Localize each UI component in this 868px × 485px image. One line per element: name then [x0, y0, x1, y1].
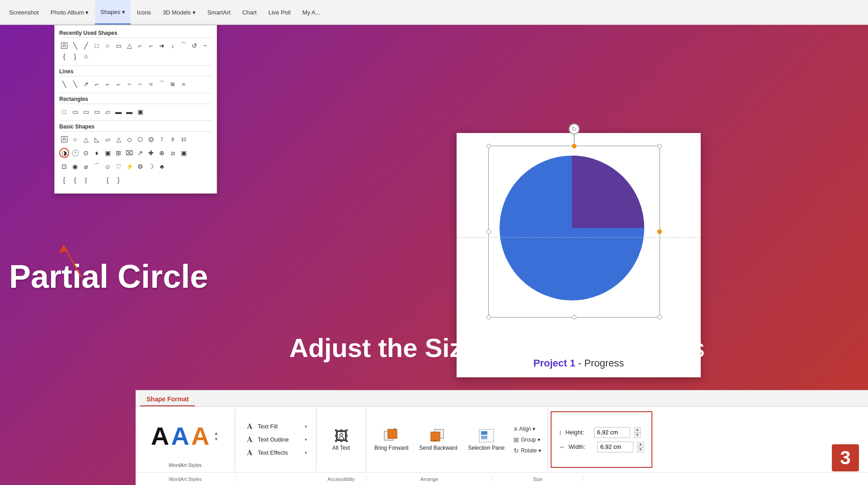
- shape-curved[interactable]: ⌒: [179, 41, 189, 51]
- shape-text-box[interactable]: 🄰: [59, 41, 69, 51]
- handle-tl[interactable]: [486, 144, 491, 148]
- shape-curl[interactable]: ↺: [189, 41, 199, 51]
- text-fill-row[interactable]: 𝐀 Text Fill ▾: [242, 421, 309, 432]
- handle-bl[interactable]: [486, 315, 491, 319]
- width-down[interactable]: ▼: [637, 447, 644, 452]
- basic-teardrop[interactable]: ♦: [92, 148, 102, 158]
- basic-cloud[interactable]: ♣: [157, 162, 167, 171]
- basic-lightning[interactable]: ⚡: [124, 162, 134, 171]
- line-arc[interactable]: ⌒: [157, 79, 167, 89]
- send-backward-button[interactable]: Send Backward: [415, 426, 461, 453]
- shape-wave[interactable]: ~: [200, 41, 210, 51]
- line-curve1[interactable]: ↗: [81, 79, 91, 89]
- shape-brace2[interactable]: }: [70, 52, 80, 62]
- basic-partial-circle[interactable]: ◑: [59, 148, 69, 158]
- basic-plus[interactable]: ⊕: [157, 148, 167, 158]
- height-up[interactable]: ▲: [634, 427, 641, 433]
- basic-cross[interactable]: ✚: [146, 148, 156, 158]
- rotate-button[interactable]: ↻ Rotate ▾: [512, 446, 543, 455]
- tab-chart[interactable]: Chart: [237, 0, 262, 24]
- line-scribble[interactable]: ≈: [179, 79, 189, 89]
- rect-wide[interactable]: ▬: [113, 107, 123, 117]
- basic-rtriangle[interactable]: ◺: [92, 134, 102, 144]
- basic-plaque[interactable]: ⧄: [168, 148, 178, 158]
- basic-halfframe[interactable]: ⊞: [113, 148, 123, 158]
- line-angle2[interactable]: ⌐: [103, 79, 113, 89]
- shape-line1[interactable]: ╲: [70, 41, 80, 51]
- text-outline-row[interactable]: 𝐀 Text Outline ▾: [242, 434, 309, 445]
- basic-smiley[interactable]: ☺: [103, 162, 113, 171]
- basic-8pt[interactable]: 8: [168, 134, 178, 144]
- line-straight[interactable]: ╲: [59, 79, 69, 89]
- handle-br[interactable]: [657, 315, 662, 319]
- basic-can[interactable]: ▣: [179, 148, 189, 158]
- rect-folded[interactable]: ▱: [103, 107, 113, 117]
- wordart-scroll-up[interactable]: ▲: [213, 431, 219, 436]
- text-effects-row[interactable]: 𝐀 Text Effects ▾: [242, 447, 309, 458]
- basic-diag-stripe[interactable]: ↗: [135, 148, 145, 158]
- bring-forward-button[interactable]: Bring Forward: [371, 426, 412, 453]
- line-angle3[interactable]: ⌐: [113, 79, 123, 89]
- rect-tall[interactable]: ▬: [124, 107, 134, 117]
- tab-photo-album[interactable]: Photo Album ▾: [45, 0, 94, 24]
- basic-cube[interactable]: ⊡: [59, 162, 69, 171]
- line-s-curve[interactable]: ~: [124, 79, 134, 89]
- basic-parallelogram[interactable]: ▱: [103, 134, 113, 144]
- basic-7pt[interactable]: 7: [157, 134, 167, 144]
- tab-smartart[interactable]: SmartArt: [202, 0, 236, 24]
- tab-my-addins[interactable]: My A...: [297, 0, 326, 24]
- shape-format-tab[interactable]: Shape Format: [140, 393, 195, 406]
- wordart-letter-orange[interactable]: A: [191, 423, 209, 449]
- basic-triangle[interactable]: △: [81, 134, 91, 144]
- line-freeform[interactable]: ≋: [168, 79, 178, 89]
- basic-brace1[interactable]: {: [70, 175, 80, 185]
- handle-ml[interactable]: [486, 229, 491, 234]
- align-button[interactable]: ≡ Align ▾: [512, 424, 543, 433]
- shape-rounded-rect[interactable]: ▭: [113, 41, 123, 51]
- shape-star[interactable]: ☆: [81, 52, 91, 62]
- tab-screenshot[interactable]: Screenshot: [4, 0, 44, 24]
- basic-no-symbol[interactable]: ⌀: [81, 162, 91, 171]
- handle-tr[interactable]: [657, 144, 662, 148]
- shape-oval[interactable]: ○: [103, 41, 113, 51]
- group-button[interactable]: ⊞ Group ▾: [512, 435, 543, 444]
- rect-snipped2[interactable]: ▭: [92, 107, 102, 117]
- tab-3d-models[interactable]: 3D Models ▾: [157, 0, 201, 24]
- basic-frame[interactable]: ▣: [103, 148, 113, 158]
- basic-oval[interactable]: ○: [70, 134, 80, 144]
- shape-r-bracket[interactable]: ⌐: [146, 41, 156, 51]
- handle-bm[interactable]: [572, 315, 576, 319]
- basic-block-arc[interactable]: ⌒: [92, 162, 102, 171]
- rect-snipped[interactable]: ▭: [81, 107, 91, 117]
- width-input[interactable]: [597, 442, 633, 452]
- shape-l-bracket[interactable]: ⌐: [135, 41, 145, 51]
- basic-gear[interactable]: ⚙: [135, 162, 145, 171]
- shape-brace[interactable]: {: [59, 52, 69, 62]
- basic-chord[interactable]: ⊙: [81, 148, 91, 158]
- rect-rounded[interactable]: ▭: [70, 107, 80, 117]
- shape-rect[interactable]: □: [92, 41, 102, 51]
- basic-donut[interactable]: ◉: [70, 162, 80, 171]
- selection-pane-button[interactable]: Selection Pane: [464, 426, 508, 453]
- alt-text-label[interactable]: Alt Text: [332, 445, 350, 451]
- basic-bracket1[interactable]: [: [59, 175, 69, 185]
- handle-mr[interactable]: [657, 229, 662, 234]
- line-angle1[interactable]: ⌐: [92, 79, 102, 89]
- handle-tm-orange[interactable]: [572, 144, 576, 148]
- basic-bracket2[interactable]: |: [81, 175, 91, 185]
- basic-isoceles[interactable]: △: [113, 134, 123, 144]
- basic-diamond[interactable]: ◇: [124, 134, 134, 144]
- basic-octagon[interactable]: ⏣: [146, 134, 156, 144]
- line-zigzag[interactable]: ~: [135, 79, 145, 89]
- basic-hexagon[interactable]: ⬡: [135, 134, 145, 144]
- rect-framed[interactable]: ▣: [135, 107, 145, 117]
- height-input[interactable]: [594, 427, 630, 438]
- basic-corner[interactable]: ⌧: [124, 148, 134, 158]
- basic-heart[interactable]: ♡: [113, 162, 123, 171]
- line-wave[interactable]: ≈: [146, 79, 156, 89]
- rotate-handle[interactable]: ↻: [569, 124, 580, 134]
- shape-triangle[interactable]: △: [124, 41, 134, 51]
- rect-basic[interactable]: □: [59, 107, 69, 117]
- tab-icons[interactable]: Icons: [132, 0, 156, 24]
- basic-pie[interactable]: 🕐: [70, 148, 80, 158]
